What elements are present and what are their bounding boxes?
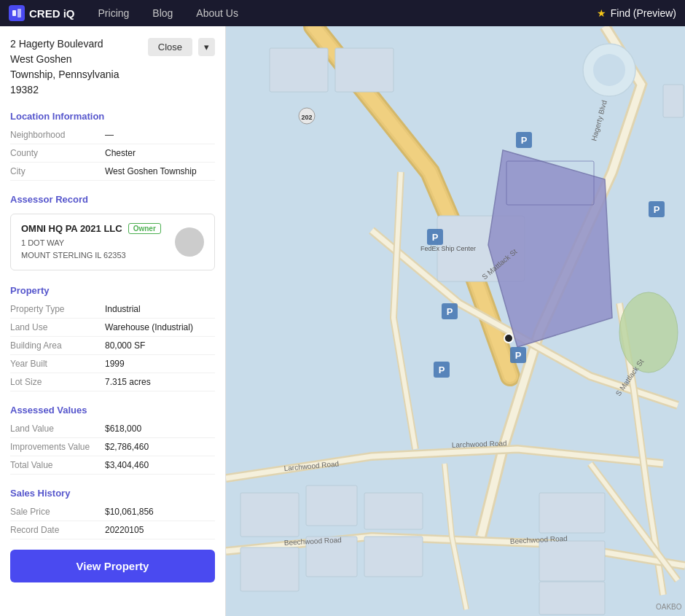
navbar: CRED iQ Pricing Blog About Us ★ Find (Pr…: [0, 0, 685, 26]
svg-rect-32: [335, 48, 394, 92]
svg-rect-31: [270, 48, 328, 92]
property-type-label: Property Type: [10, 303, 105, 316]
logo[interactable]: CRED iQ: [9, 5, 75, 21]
svg-point-4: [593, 54, 625, 86]
assessor-avatar: [175, 227, 204, 257]
property-address: 2 Hagerty Boulevard West Goshen Township…: [10, 36, 119, 98]
map-area[interactable]: P P P P P P: [226, 26, 685, 616]
neighborhood-label: Neighborhood: [10, 128, 105, 141]
svg-text:FedEx Ship Center: FedEx Ship Center: [420, 245, 476, 252]
sale-price-value: $10,061,856: [105, 505, 154, 518]
address-block: 2 Hagerty Boulevard West Goshen Township…: [0, 26, 225, 105]
svg-rect-26: [364, 493, 423, 529]
location-section-title: Location Information: [0, 105, 225, 126]
logo-text: CRED iQ: [29, 7, 75, 20]
total-value-label: Total Value: [10, 459, 105, 472]
property-type-row: Property Type Industrial: [10, 300, 215, 319]
svg-rect-28: [539, 493, 605, 533]
svg-rect-33: [663, 85, 684, 117]
property-type-value: Industrial: [105, 303, 141, 316]
svg-text:P: P: [439, 364, 445, 375]
land-use-row: Land Use Warehouse (Industrial): [10, 319, 215, 337]
lot-size-label: Lot Size: [10, 375, 105, 389]
assessed-section-title: Assessed Values: [0, 399, 225, 420]
assessor-section-title: Assessor Record: [0, 188, 225, 209]
svg-rect-0: [12, 10, 16, 16]
sale-price-row: Sale Price $10,061,856: [10, 503, 215, 521]
assessor-address: 1 DOT WAY MOUNT STERLING IL 62353: [21, 237, 161, 261]
svg-rect-29: [539, 541, 605, 581]
building-area-row: Building Area 80,000 SF: [10, 337, 215, 355]
building-area-value: 80,000 SF: [105, 339, 145, 352]
location-info-table: Neighborhood — County Chester City West …: [0, 126, 225, 181]
improvements-label: Improvements Value: [10, 440, 105, 453]
land-value-row: Land Value $618,000: [10, 420, 215, 438]
logo-icon: [9, 5, 25, 21]
svg-rect-27: [364, 537, 423, 577]
view-property-button[interactable]: View Property: [10, 550, 215, 582]
svg-rect-24: [240, 547, 299, 591]
assessor-name: OMNI HQ PA 2021 LLC Owner: [21, 223, 161, 234]
svg-text:P: P: [515, 350, 522, 361]
map-svg: P P P P P P: [226, 26, 685, 616]
record-date-label: Record Date: [10, 523, 105, 537]
assessor-info: OMNI HQ PA 2021 LLC Owner 1 DOT WAY MOUN…: [21, 223, 161, 261]
building-area-label: Building Area: [10, 339, 105, 352]
neighborhood-row: Neighborhood —: [10, 126, 215, 144]
total-value-value: $3,404,460: [105, 459, 149, 472]
land-use-label: Land Use: [10, 321, 105, 334]
record-date-row: Record Date 20220105: [10, 521, 215, 539]
improvements-row: Improvements Value $2,786,460: [10, 438, 215, 456]
land-value-value: $618,000: [105, 422, 141, 435]
svg-text:P: P: [447, 306, 453, 317]
sales-section-title: Sales History: [0, 482, 225, 503]
svg-text:P: P: [654, 204, 660, 215]
svg-rect-1: [17, 9, 21, 17]
property-section-title: Property: [0, 279, 225, 300]
svg-rect-23: [306, 486, 357, 526]
svg-text:202: 202: [301, 114, 312, 121]
sale-price-label: Sale Price: [10, 505, 105, 518]
nav-pricing[interactable]: Pricing: [87, 7, 141, 19]
total-value-row: Total Value $3,404,460: [10, 456, 215, 475]
land-value-label: Land Value: [10, 422, 105, 435]
find-preview-button[interactable]: ★ Find (Preview): [597, 7, 676, 19]
record-date-value: 20220105: [105, 523, 144, 537]
year-built-row: Year Built 1999: [10, 355, 215, 373]
dropdown-button[interactable]: ▾: [198, 38, 215, 56]
sales-info-table: Sale Price $10,061,856 Record Date 20220…: [0, 503, 225, 539]
sidebar: 2 Hagerty Boulevard West Goshen Township…: [0, 26, 226, 616]
assessed-info-table: Land Value $618,000 Improvements Value $…: [0, 420, 225, 475]
svg-point-8: [504, 334, 513, 343]
star-icon: ★: [597, 7, 606, 19]
city-value: West Goshen Township: [105, 165, 197, 178]
svg-text:OAKBO: OAKBO: [656, 603, 682, 611]
owner-badge: Owner: [128, 223, 161, 234]
main-layout: 2 Hagerty Boulevard West Goshen Township…: [0, 26, 685, 616]
nav-about[interactable]: About Us: [184, 7, 250, 19]
assessor-card: OMNI HQ PA 2021 LLC Owner 1 DOT WAY MOUN…: [10, 214, 215, 270]
neighborhood-value: —: [105, 128, 114, 141]
city-label: City: [10, 165, 105, 178]
city-row: City West Goshen Township: [10, 163, 215, 181]
svg-point-21: [619, 292, 678, 373]
county-label: County: [10, 147, 105, 160]
close-button[interactable]: Close: [148, 38, 192, 56]
svg-rect-22: [240, 493, 299, 537]
land-use-value: Warehouse (Industrial): [105, 321, 193, 334]
svg-text:P: P: [432, 232, 439, 243]
svg-text:P: P: [521, 135, 528, 146]
county-row: County Chester: [10, 144, 215, 163]
property-info-table: Property Type Industrial Land Use Wareho…: [0, 300, 225, 391]
improvements-value: $2,786,460: [105, 440, 149, 453]
nav-blog[interactable]: Blog: [141, 7, 184, 19]
year-built-value: 1999: [105, 357, 125, 370]
county-value: Chester: [105, 147, 136, 160]
svg-rect-30: [539, 582, 605, 615]
year-built-label: Year Built: [10, 357, 105, 370]
lot-size-row: Lot Size 7.315 acres: [10, 373, 215, 391]
lot-size-value: 7.315 acres: [105, 375, 151, 389]
